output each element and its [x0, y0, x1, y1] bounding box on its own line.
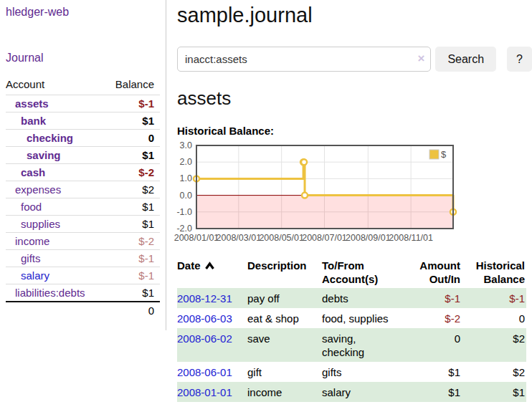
- account-link-supplies[interactable]: supplies: [21, 218, 60, 230]
- account-link-expenses[interactable]: expenses: [15, 183, 61, 196]
- sort-ascending-icon: [204, 262, 215, 270]
- app-title-link[interactable]: hledger-web: [6, 6, 69, 18]
- account-balance: $-2: [105, 233, 160, 250]
- register-row: 2008-06-02savesaving, checking0$2: [177, 328, 526, 362]
- svg-text:1.0: 1.0: [180, 173, 192, 183]
- data-point: [302, 193, 308, 198]
- transaction-description: pay off: [247, 288, 322, 308]
- transaction-date-link[interactable]: 2008-12-31: [177, 292, 232, 305]
- account-row: bank$1: [6, 112, 160, 130]
- account-link-gifts[interactable]: gifts: [21, 252, 41, 264]
- accounts-total-row: 0: [6, 302, 160, 319]
- transaction-accounts: salary: [322, 382, 401, 402]
- transaction-date-link[interactable]: 2008-06-01: [177, 366, 232, 378]
- account-row: saving$1: [6, 147, 160, 164]
- help-button[interactable]: ?: [507, 47, 532, 72]
- account-row: supplies$1: [6, 216, 160, 233]
- svg-text:0.0: 0.0: [180, 191, 192, 201]
- account-link-assets[interactable]: assets: [15, 97, 49, 110]
- account-link-cash[interactable]: cash: [21, 166, 45, 178]
- account-balance: $1: [105, 284, 160, 302]
- transaction-description: save: [247, 328, 322, 362]
- page-title: sample.journal: [177, 4, 532, 27]
- transaction-description: income: [247, 382, 322, 402]
- transaction-accounts: debts: [322, 288, 401, 308]
- svg-text:2008/11/01: 2008/11/01: [389, 233, 433, 243]
- transaction-description: gift: [247, 362, 322, 382]
- hledger-web-page: hledger-web Journal Account Balance asse…: [0, 0, 532, 402]
- account-link-liabilities-debts[interactable]: liabilities:debts: [15, 287, 85, 299]
- account-balance: $1: [105, 147, 160, 164]
- transaction-date-link[interactable]: 2008-06-03: [177, 312, 232, 325]
- account-row: salary$-1: [6, 267, 160, 284]
- svg-text:-2.0: -2.0: [176, 224, 192, 234]
- svg-text:$: $: [441, 149, 447, 160]
- chart-title: Historical Balance:: [177, 125, 532, 137]
- register-table: Date Description To/From Account(s) Amou…: [177, 257, 526, 402]
- register-row: 2008-06-01giftgifts$1$2: [177, 362, 526, 382]
- search-button[interactable]: Search: [435, 47, 496, 72]
- transaction-amount: $1: [401, 362, 462, 382]
- transaction-balance: $2: [462, 328, 526, 362]
- accounts-total-balance: 0: [105, 302, 160, 319]
- accounts-table: Account Balance assets$-1bank$1checking0…: [6, 76, 160, 319]
- account-link-checking[interactable]: checking: [27, 132, 73, 144]
- account-link-income[interactable]: income: [15, 235, 49, 247]
- transaction-accounts: saving, checking: [322, 328, 401, 362]
- transaction-balance: $2: [462, 362, 526, 382]
- svg-text:2.0: 2.0: [180, 157, 192, 167]
- svg-text:3.0: 3.0: [180, 140, 192, 150]
- balance-chart-svg: 3.02.01.00.0-1.0-2.02008/01/012008/03/01…: [177, 140, 465, 248]
- transaction-amount: $-2: [401, 308, 462, 328]
- account-balance: $-1: [105, 95, 160, 112]
- historical-balance-chart: 3.02.01.00.0-1.0-2.02008/01/012008/03/01…: [177, 140, 532, 248]
- transaction-amount: $-1: [401, 288, 462, 308]
- transaction-balance: $-1: [462, 288, 526, 308]
- account-heading: assets: [177, 87, 532, 110]
- register-header-accounts: To/From Account(s): [322, 257, 401, 288]
- data-point: [301, 159, 307, 165]
- account-balance: $1: [105, 112, 160, 130]
- register-header-amount: Amount Out/In: [401, 257, 462, 288]
- account-link-salary[interactable]: salary: [21, 269, 49, 282]
- transaction-date-link[interactable]: 2008-01-01: [177, 386, 232, 398]
- svg-text:2008/07/01: 2008/07/01: [302, 233, 347, 243]
- account-balance: $1: [105, 216, 160, 233]
- register-header-balance: Historical Balance: [462, 257, 526, 288]
- account-row: expenses$2: [6, 181, 160, 198]
- register-row: 2008-01-01incomesalary$1$1: [177, 382, 526, 402]
- account-link-bank[interactable]: bank: [21, 115, 46, 127]
- transaction-description: eat & shop: [247, 308, 322, 328]
- register-row: 2008-12-31pay offdebts$-1$-1: [177, 288, 526, 308]
- account-row: income$-2: [6, 233, 160, 250]
- nav-journal-link[interactable]: Journal: [6, 52, 43, 64]
- svg-text:2008/09/01: 2008/09/01: [346, 233, 391, 243]
- clear-search-icon[interactable]: ×: [417, 52, 424, 66]
- account-link-saving[interactable]: saving: [27, 149, 61, 161]
- transaction-date-link[interactable]: 2008-06-02: [177, 332, 232, 345]
- register-header-row: Date Description To/From Account(s) Amou…: [177, 257, 526, 288]
- svg-text:2008/05/01: 2008/05/01: [259, 233, 304, 243]
- account-row: gifts$-1: [6, 250, 160, 267]
- transaction-amount: $1: [401, 382, 462, 402]
- svg-text:2008/03/01: 2008/03/01: [217, 233, 262, 243]
- account-row: checking0: [6, 130, 160, 147]
- account-balance: $1: [105, 198, 160, 216]
- account-row: assets$-1: [6, 95, 160, 112]
- accounts-header-account: Account: [6, 76, 105, 95]
- sidebar: hledger-web Journal Account Balance asse…: [0, 0, 166, 330]
- register-row: 2008-06-03eat & shopfood, supplies$-20: [177, 308, 526, 328]
- account-balance: $-2: [105, 164, 160, 181]
- search-field-wrap: ×: [177, 47, 431, 72]
- search-input[interactable]: [177, 47, 431, 72]
- negative-region: [196, 196, 453, 229]
- account-balance: $-1: [105, 267, 160, 284]
- account-balance: $2: [105, 181, 160, 198]
- transaction-balance: $1: [462, 382, 526, 402]
- sidebar-nav: Journal: [6, 52, 160, 64]
- register-header-date[interactable]: Date: [177, 257, 247, 288]
- account-link-food[interactable]: food: [21, 201, 42, 213]
- svg-text:2008/01/01: 2008/01/01: [174, 233, 219, 243]
- app-title: hledger-web: [6, 6, 160, 19]
- transaction-accounts: food, supplies: [322, 308, 401, 328]
